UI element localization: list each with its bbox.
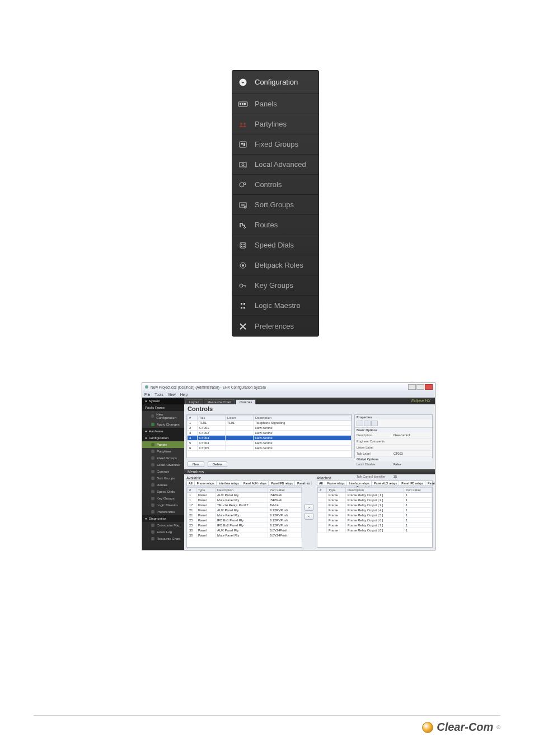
nav-item-new-configuration[interactable]: New Configuration [142,411,184,421]
attached-grid[interactable]: # Type Description Port Label FrameFrame… [317,487,433,548]
nav-section-configuration[interactable]: ●Configuration [142,435,184,441]
col-desc[interactable]: Description [346,488,404,493]
table-row[interactable]: FrameFrame Relay Output [ 7 ]1 [318,523,432,528]
table-row[interactable]: 1TL01TL01Telephone Signalling [188,421,352,426]
table-row[interactable]: 5CT004New control [188,441,352,446]
table-row[interactable]: FrameFrame Relay Output [ 4 ]1 [318,508,432,513]
col-n[interactable]: # [318,488,327,493]
filter-panel-mu[interactable]: Panel mu [426,481,435,486]
nav-section-hardware[interactable]: ●Hardware [142,428,184,435]
filter-frame-relays[interactable]: Frame relays [326,481,347,486]
menu-item-local-advanced[interactable]: Local Advanced [232,155,318,175]
nav-item-crosspoint-map[interactable]: Crosspoint Map [142,522,184,529]
nav-item-event-log[interactable]: Event Log [142,529,184,535]
menu-view[interactable]: View [168,393,176,396]
table-row[interactable]: 25PanelIFB Ex2 Panel Rly3.12RVPush [188,523,302,528]
menu-item-speed-dials[interactable]: Speed Dials [232,235,318,255]
table-row[interactable]: FrameFrame Relay Output [ 2 ]1 [318,498,432,503]
filter-interface-relays[interactable]: Interface relays [217,481,241,486]
menu-item-sort-groups[interactable]: Sort Groups [232,195,318,215]
table-row[interactable]: 6CT005New control [188,446,352,451]
col-type[interactable]: Type [196,488,216,493]
property-row[interactable]: Listen Label [355,445,432,451]
nav-item-panels[interactable]: Panels [142,441,184,448]
col-type[interactable]: Type [327,488,346,493]
menu-item-fixed-groups[interactable]: Fixed Groups [232,134,318,155]
table-row[interactable]: 1PanelAUX Panel RlyISE8seb [188,493,302,498]
table-row[interactable]: FrameFrame Relay Output [ 6 ]1 [318,518,432,523]
menu-item-partylines[interactable]: Partylines [232,114,318,134]
menu-item-beltpack-roles[interactable]: Beltpack Roles [232,255,318,276]
move-right-button[interactable]: > [305,504,313,511]
prop-tool-1[interactable] [357,421,363,426]
table-row[interactable]: 3CT002New control [188,431,352,436]
table-row[interactable]: 2CT001New control [188,426,352,431]
table-row[interactable]: 17PanelTEL-14 Relay: Port17Tel-14 [188,503,302,508]
prop-group-basic[interactable]: Basic Options [355,428,432,432]
property-row[interactable]: DescriptionNew control [355,432,432,438]
table-row[interactable]: 4CT003New control [188,436,352,441]
controls-grid[interactable]: # Talk Listen Description 1TL01TL01Telep… [186,414,352,458]
nav-item-apply-changes[interactable]: Apply Changes [142,421,184,428]
filter-panel-aux-relays[interactable]: Panel AUX relays [372,481,399,486]
nav-section-system[interactable]: ● System [142,398,184,404]
prop-tool-3[interactable] [371,421,378,426]
menu-item-controls[interactable]: Controls [232,175,318,195]
new-button[interactable]: New [188,461,204,467]
table-row[interactable]: FrameFrame Relay Output [ 3 ]1 [318,503,432,508]
menu-item-routes[interactable]: Routes [232,215,318,235]
menu-item-logic-maestro[interactable]: Logic Maestro [232,296,318,316]
filter-frame-relays[interactable]: Frame relays [195,481,217,486]
menu-tools[interactable]: Tools [154,393,163,396]
col-talk[interactable]: Talk [198,416,226,421]
col-num[interactable]: # [188,416,198,421]
nav-section-frame[interactable]: Paul's Frame [142,404,184,411]
filter-interface-relays[interactable]: Interface relays [348,481,372,486]
tab-resource-chart[interactable]: Resource Chart [204,399,235,404]
table-row[interactable]: 1PanelMute Panel RlyISE8seb [188,498,302,503]
minimize-button[interactable] [408,384,416,390]
nav-item-resource-chart[interactable]: Resource Chart [142,535,184,542]
table-row[interactable]: 30PanelAUX Panel Rly3.8V24Push [188,528,302,533]
table-row[interactable]: FrameFrame Relay Output [ 8 ]1 [318,528,432,533]
filter-panel-ifb-relays[interactable]: Panel IFB relays [400,481,425,486]
table-row[interactable]: 30PanelMute Panel Rly3.8V24Push [188,533,302,538]
property-row[interactable]: Talk LabelCT003 [355,451,432,457]
menu-help[interactable]: Help [180,393,188,396]
filter-all[interactable]: All [317,481,325,486]
maximize-button[interactable] [416,384,424,390]
nav-item-speed-dials[interactable]: Speed Dials [142,488,184,495]
delete-button[interactable]: Delete [208,461,227,467]
nav-section-diagnostics[interactable]: ●Diagnostics [142,515,184,522]
filter-panel-ifb-relays[interactable]: Panel IFB relays [269,481,295,486]
move-left-button[interactable]: < [305,513,313,520]
col-listen[interactable]: Listen [226,416,254,421]
tab-layout[interactable]: Layout [185,399,203,404]
tab-controls[interactable]: Controls [236,399,256,404]
col-n[interactable]: # [188,488,196,493]
col-port[interactable]: Port Label [404,488,432,493]
menu-item-key-groups[interactable]: Key Groups [232,276,318,296]
available-grid[interactable]: # Type Description Port Label 1PanelAUX … [186,487,302,548]
nav-item-partylines[interactable]: Partylines [142,448,184,455]
menu-item-panels[interactable]: Panels [232,94,318,114]
col-description[interactable]: Description [254,416,352,421]
table-row[interactable]: FrameFrame Relay Output [ 5 ]1 [318,513,432,518]
nav-item-preferences[interactable]: Preferences [142,508,184,515]
nav-item-local-advanced[interactable]: Local Advanced [142,461,184,468]
menu-item-preferences[interactable]: Preferences [232,316,318,336]
nav-item-key-groups[interactable]: Key Groups [142,495,184,502]
property-row[interactable]: Engineer Comments [355,438,432,445]
prop-tool-2[interactable] [364,421,371,426]
nav-item-logic-maestro[interactable]: Logic Maestro [142,502,184,508]
table-row[interactable]: 21PanelMute Panel Rly3.12RVPush [188,513,302,518]
menu-item-configuration[interactable]: Configuration [232,71,318,94]
table-row[interactable]: 21PanelAUX Panel Rly3.12RVPush [188,508,302,513]
close-button[interactable] [425,384,433,390]
table-row[interactable]: FrameFrame Relay Output [ 1 ]1 [318,493,432,498]
menu-file[interactable]: File [144,393,150,396]
nav-item-sort-groups[interactable]: Sort Groups [142,475,184,482]
col-desc[interactable]: Description [216,488,268,493]
nav-item-routes[interactable]: Routes [142,482,184,488]
col-port[interactable]: Port Label [268,488,302,493]
